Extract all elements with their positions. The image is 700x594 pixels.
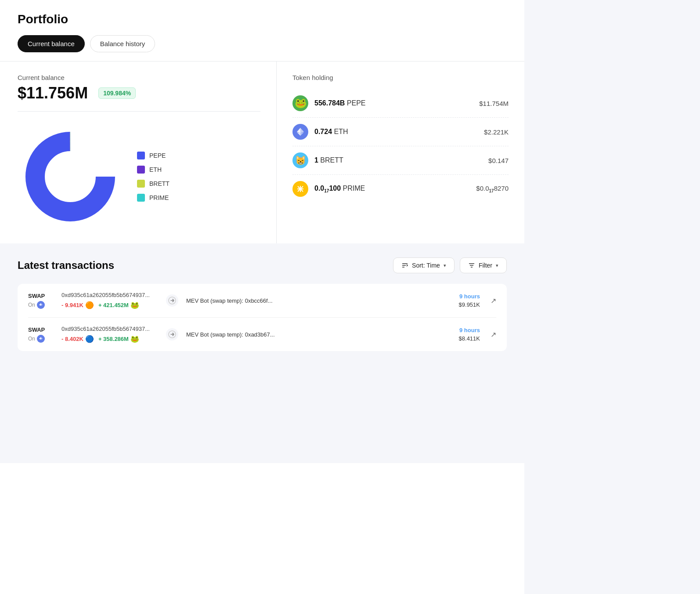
token-item-prime: 0.017100 PRIME $0.0178270 bbox=[292, 175, 509, 203]
legend-dot-prime bbox=[137, 194, 145, 202]
token-info-eth: 0.724 ETH bbox=[314, 128, 484, 136]
legend-label-brett: BRETT bbox=[149, 180, 170, 187]
balance-divider bbox=[18, 111, 260, 112]
token-icon-eth bbox=[292, 124, 308, 140]
tx-external-link-2[interactable]: ↗ bbox=[491, 330, 496, 339]
tx-token-out-1: - 9.941K 🟠 bbox=[61, 301, 94, 309]
token-symbol-brett: BRETT bbox=[320, 156, 343, 164]
token-usd-pepe: $11.754M bbox=[479, 100, 509, 107]
svg-marker-17 bbox=[41, 337, 43, 340]
legend-label-eth: ETH bbox=[149, 166, 162, 173]
tx-type-2: SWAP bbox=[28, 326, 54, 333]
tx-external-link-1[interactable]: ↗ bbox=[491, 297, 496, 305]
tx-token-out-2: - 8.402K 🔵 bbox=[61, 335, 94, 343]
token-symbol-eth: ETH bbox=[334, 128, 348, 135]
tx-counterparty-col-2: MEV Bot (swap temp): 0xad3b67... bbox=[186, 331, 438, 338]
svg-marker-15 bbox=[39, 303, 41, 306]
svg-marker-14 bbox=[41, 303, 43, 306]
tab-row: Current balance Balance history bbox=[18, 35, 507, 52]
token-item-brett: 😸 1 BRETT $0.147 bbox=[292, 146, 509, 175]
legend-dot-brett bbox=[137, 180, 145, 188]
tx-in-emoji-1: 🐸 bbox=[130, 301, 139, 309]
tx-arrow-icon-2 bbox=[166, 328, 178, 340]
legend-prime: PRIME bbox=[137, 194, 170, 202]
token-symbol-pepe: PEPE bbox=[347, 99, 366, 107]
token-amount-brett: 1 bbox=[314, 156, 318, 164]
transactions-header: Latest transactions Sort: Time ▾ bbox=[18, 257, 507, 273]
tab-balance-history[interactable]: Balance history bbox=[90, 35, 155, 52]
transactions-title: Latest transactions bbox=[18, 259, 114, 272]
tx-usd-1: $9.951K bbox=[445, 301, 480, 308]
tx-hash-col-1: 0xd935c61a262055fb5b5674937... - 9.941K … bbox=[61, 292, 158, 309]
tx-token-in-1: + 421.452M 🐸 bbox=[98, 301, 139, 309]
table-row: SWAP On 0xd935c61a262055fb5b5674937... bbox=[28, 284, 496, 318]
page-title: Portfolio bbox=[18, 12, 507, 26]
tx-token-in-2: + 358.286M 🐸 bbox=[98, 335, 139, 343]
tx-hash-col-2: 0xd935c61a262055fb5b5674937... - 8.402K … bbox=[61, 326, 158, 343]
tx-arrow-col-1 bbox=[165, 294, 179, 307]
legend-pepe: PEPE bbox=[137, 152, 170, 159]
tx-out-emoji-1: 🟠 bbox=[85, 301, 94, 309]
filter-icon bbox=[468, 262, 475, 269]
filter-label: Filter bbox=[479, 262, 492, 269]
page-container: Portfolio Current balance Balance histor… bbox=[0, 0, 524, 594]
tx-out-emoji-2: 🔵 bbox=[85, 335, 94, 343]
tx-arrow-col-2 bbox=[165, 328, 179, 340]
tx-type-col-2: SWAP On bbox=[28, 326, 54, 343]
tx-on-1: On bbox=[28, 301, 54, 309]
token-item-eth: 0.724 ETH $2.221K bbox=[292, 118, 509, 146]
tx-hash-2: 0xd935c61a262055fb5b5674937... bbox=[61, 326, 158, 332]
svg-marker-1 bbox=[297, 128, 300, 133]
tx-arrow-icon-1 bbox=[166, 294, 178, 307]
balance-label: Current balance bbox=[18, 74, 260, 81]
eth-chain-icon-2 bbox=[37, 335, 45, 343]
balance-row: $11.756M 109.984% bbox=[18, 84, 260, 102]
tx-counterparty-1: MEV Bot (swap temp): 0xbcc66f... bbox=[186, 297, 438, 304]
tx-counterparty-col-1: MEV Bot (swap temp): 0xbcc66f... bbox=[186, 297, 438, 304]
token-icon-pepe: 🐸 bbox=[292, 95, 308, 111]
chart-legend: PEPE ETH BRETT PRIME bbox=[137, 152, 170, 202]
legend-dot-pepe bbox=[137, 152, 145, 159]
token-amount-pepe: 556.784B bbox=[314, 99, 345, 107]
tx-tokens-2: - 8.402K 🔵 + 358.286M 🐸 bbox=[61, 335, 158, 343]
token-amount-prime: 0.0 bbox=[314, 185, 324, 192]
tx-usd-2: $8.411K bbox=[445, 335, 480, 342]
tx-on-label-2: On bbox=[28, 336, 35, 342]
tx-type-col-1: SWAP On bbox=[28, 293, 54, 309]
balance-section: Current balance $11.756M 109.984% bbox=[0, 62, 524, 243]
tx-tokens-1: - 9.941K 🟠 + 421.452M 🐸 bbox=[61, 301, 158, 309]
donut-center bbox=[47, 154, 93, 199]
tab-current-balance[interactable]: Current balance bbox=[18, 35, 85, 52]
sort-button[interactable]: Sort: Time ▾ bbox=[393, 257, 455, 273]
sort-icon bbox=[401, 262, 408, 269]
token-info-prime: 0.017100 PRIME bbox=[314, 185, 476, 193]
tx-list: SWAP On 0xd935c61a262055fb5b5674937... bbox=[18, 284, 507, 351]
sort-label: Sort: Time bbox=[412, 262, 440, 269]
tx-on-2: On bbox=[28, 335, 54, 343]
token-symbol-prime: PRIME bbox=[343, 185, 365, 192]
tx-hash-1: 0xd935c61a262055fb5b5674937... bbox=[61, 292, 158, 298]
legend-dot-eth bbox=[137, 166, 145, 174]
header: Portfolio Current balance Balance histor… bbox=[0, 0, 524, 52]
chart-area: PEPE ETH BRETT PRIME bbox=[18, 120, 260, 229]
token-icon-brett: 😸 bbox=[292, 152, 308, 168]
filter-button[interactable]: Filter ▾ bbox=[460, 257, 507, 273]
legend-label-pepe: PEPE bbox=[149, 152, 166, 159]
token-amount-prime-2: 100 bbox=[329, 185, 341, 192]
balance-left: Current balance $11.756M 109.984% bbox=[0, 62, 277, 243]
donut-chart bbox=[18, 124, 123, 229]
balance-amount: $11.756M bbox=[18, 84, 88, 102]
token-usd-eth: $2.221K bbox=[484, 128, 509, 136]
tx-in-emoji-2: 🐸 bbox=[130, 335, 139, 343]
token-usd-prime: $0.0178270 bbox=[476, 185, 509, 193]
legend-brett: BRETT bbox=[137, 180, 170, 188]
token-holding-label: Token holding bbox=[292, 74, 509, 81]
tx-time-col-2: 9 hours $8.411K bbox=[445, 327, 480, 342]
tx-type-1: SWAP bbox=[28, 293, 54, 299]
token-item-pepe: 🐸 556.784B PEPE $11.754M bbox=[292, 89, 509, 118]
balance-right: Token holding 🐸 556.784B PEPE $11.754M bbox=[277, 62, 524, 243]
token-icon-prime bbox=[292, 181, 308, 197]
svg-marker-0 bbox=[300, 128, 304, 133]
eth-chain-icon-1 bbox=[37, 301, 45, 309]
token-usd-brett: $0.147 bbox=[488, 157, 509, 164]
